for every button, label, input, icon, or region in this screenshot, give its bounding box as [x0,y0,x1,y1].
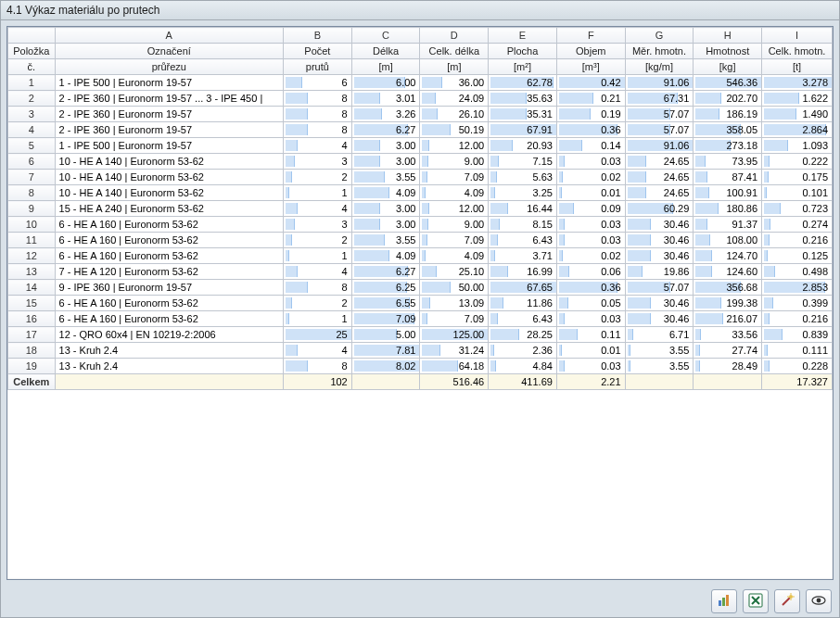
table-cell[interactable]: 67.31 [625,91,694,107]
row-number[interactable]: 6 [8,154,56,170]
table-cell[interactable]: 3.26 [351,107,420,122]
row-number[interactable]: 7 [8,170,56,185]
table-cell[interactable]: 0.03 [556,217,625,233]
col-head-5[interactable]: Plocha [489,44,557,59]
row-number[interactable]: 16 [8,311,56,327]
table-cell[interactable]: 4.09 [351,248,420,264]
table-cell[interactable]: 9.00 [420,217,489,233]
col-sub-8[interactable]: [kg] [694,59,762,75]
table-cell[interactable]: 0.216 [762,233,833,248]
section-name-cell[interactable]: 6 - HE A 160 | Euronorm 53-62 [55,248,283,264]
table-cell[interactable]: 7.09 [420,170,489,185]
table-cell[interactable]: 67.91 [489,122,557,138]
col-sub-5[interactable]: [m²] [489,59,557,75]
table-cell[interactable]: 30.46 [625,248,694,264]
table-row[interactable]: 610 - HE A 140 | Euronorm 53-6233.009.00… [8,154,833,170]
col-letter-0[interactable] [8,28,56,44]
table-cell[interactable]: 0.839 [762,327,833,343]
section-name-cell[interactable]: 2 - IPE 360 | Euronorm 19-57 [55,107,283,122]
table-cell[interactable]: 30.46 [625,296,694,311]
table-cell[interactable]: 16.99 [489,264,557,280]
row-number[interactable]: 12 [8,248,56,264]
table-cell[interactable]: 2 [284,296,352,311]
table-cell[interactable]: 28.49 [694,359,762,374]
row-number[interactable]: 11 [8,233,56,248]
table-cell[interactable]: 24.65 [625,170,694,185]
table-cell[interactable]: 6.27 [351,264,420,280]
section-name-cell[interactable]: 2 - IPE 360 | Euronorm 19-57 [55,122,283,138]
table-cell[interactable]: 19.86 [625,264,694,280]
table-row[interactable]: 149 - IPE 360 | Euronorm 19-5786.2550.00… [8,280,833,296]
table-cell[interactable]: 8 [284,107,352,122]
table-cell[interactable]: 273.18 [694,138,762,154]
table-cell[interactable]: 6.43 [489,311,557,327]
table-cell[interactable]: 0.02 [556,248,625,264]
table-cell[interactable]: 0.19 [556,107,625,122]
section-name-cell[interactable]: 10 - HE A 140 | Euronorm 53-62 [55,154,283,170]
table-cell[interactable]: 199.38 [694,296,762,311]
table-row[interactable]: 11 - IPE 500 | Euronorm 19-5766.0036.006… [8,75,833,91]
table-cell[interactable]: 0.03 [556,311,625,327]
table-cell[interactable]: 6.27 [351,122,420,138]
table-cell[interactable]: 3.01 [351,91,420,107]
table-cell[interactable]: 0.42 [556,75,625,91]
row-number[interactable]: 14 [8,280,56,296]
table-cell[interactable]: 9.00 [420,154,489,170]
table-cell[interactable]: 3 [284,217,352,233]
row-number[interactable]: 13 [8,264,56,280]
row-number[interactable]: 9 [8,201,56,217]
table-cell[interactable]: 0.274 [762,217,833,233]
col-head-7[interactable]: Měr. hmotn. [625,44,694,59]
section-name-cell[interactable]: 6 - HE A 160 | Euronorm 53-62 [55,217,283,233]
table-cell[interactable]: 4 [284,264,352,280]
section-name-cell[interactable]: 12 - QRO 60x4 | EN 10219-2:2006 [55,327,283,343]
table-cell[interactable]: 3.55 [625,343,694,359]
table-cell[interactable]: 6 [284,75,352,91]
table-cell[interactable]: 3.00 [351,201,420,217]
export-excel-button[interactable] [743,589,769,613]
table-cell[interactable]: 64.18 [420,359,489,374]
table-cell[interactable]: 13.09 [420,296,489,311]
table-cell[interactable]: 8 [284,280,352,296]
col-head-0[interactable]: Položka [8,44,56,59]
table-cell[interactable]: 546.36 [694,75,762,91]
table-cell[interactable]: 2.36 [489,343,557,359]
table-cell[interactable]: 35.63 [489,91,557,107]
table-cell[interactable]: 125.00 [420,327,489,343]
table-cell[interactable]: 24.65 [625,185,694,201]
table-cell[interactable]: 0.03 [556,233,625,248]
row-number[interactable]: 5 [8,138,56,154]
table-cell[interactable]: 25.10 [420,264,489,280]
table-cell[interactable]: 1 [284,185,352,201]
table-cell[interactable]: 5.00 [351,327,420,343]
table-row[interactable]: 915 - HE A 240 | Euronorm 53-6243.0012.0… [8,201,833,217]
table-cell[interactable]: 0.228 [762,359,833,374]
row-number[interactable]: 1 [8,75,56,91]
table-cell[interactable]: 0.125 [762,248,833,264]
table-cell[interactable]: 0.03 [556,359,625,374]
table-cell[interactable]: 3.71 [489,248,557,264]
col-head-6[interactable]: Objem [556,44,625,59]
table-cell[interactable]: 3.55 [351,170,420,185]
section-name-cell[interactable]: 10 - HE A 140 | Euronorm 53-62 [55,170,283,185]
table-cell[interactable]: 124.70 [694,248,762,264]
section-name-cell[interactable]: 6 - HE A 160 | Euronorm 53-62 [55,311,283,327]
table-cell[interactable]: 4.84 [489,359,557,374]
table-cell[interactable]: 12.00 [420,201,489,217]
table-cell[interactable]: 202.70 [694,91,762,107]
table-cell[interactable]: 33.56 [694,327,762,343]
col-head-9[interactable]: Celk. hmotn. [762,44,833,59]
table-row[interactable]: 42 - IPE 360 | Euronorm 19-5786.2750.196… [8,122,833,138]
table-row[interactable]: 156 - HE A 160 | Euronorm 53-6226.5513.0… [8,296,833,311]
table-row[interactable]: 22 - IPE 360 | Euronorm 19-57 ... 3 - IP… [8,91,833,107]
table-cell[interactable]: 3.278 [762,75,833,91]
table-cell[interactable]: 57.07 [625,107,694,122]
filter-button[interactable] [774,589,800,613]
row-number[interactable]: 15 [8,296,56,311]
col-head-8[interactable]: Hmotnost [694,44,762,59]
row-number[interactable]: 4 [8,122,56,138]
section-name-cell[interactable]: 6 - HE A 160 | Euronorm 53-62 [55,233,283,248]
table-row[interactable]: 116 - HE A 160 | Euronorm 53-6223.557.09… [8,233,833,248]
table-cell[interactable]: 0.175 [762,170,833,185]
table-cell[interactable]: 1.490 [762,107,833,122]
